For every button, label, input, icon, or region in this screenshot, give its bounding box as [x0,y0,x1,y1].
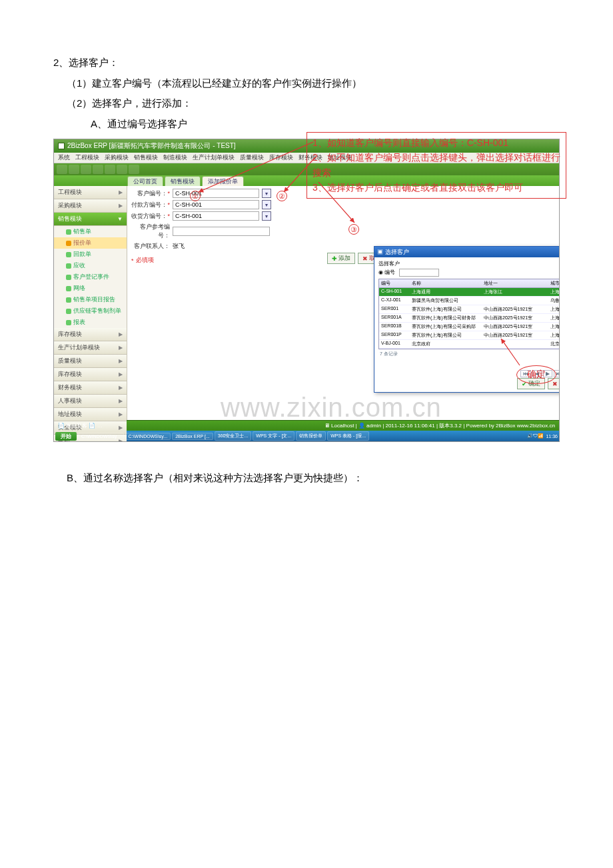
sidebar-item-supply[interactable]: 供应链零售制剂单 [54,305,127,317]
menu-item[interactable]: 采购模块 [105,153,129,162]
start-button[interactable]: 开始 [55,432,77,441]
doc-icon [66,286,71,291]
taskbar-item[interactable]: 销售报价单 [296,431,326,441]
sidebar-item-report[interactable]: 销售单项目报告 [54,294,127,305]
lookup-payer-button[interactable]: ▾ [262,200,271,209]
tab-add-quote[interactable]: 添加报价单 [202,176,244,187]
doc-icon [66,229,71,235]
menu-item[interactable]: 生产计划单模块 [193,153,235,162]
taskbar: 开始 C:\WINDOWS\sy... C:\WINDOWS\sy... 2Bi… [54,431,559,441]
dialog-title: ▣ 选择客户 [377,248,409,257]
sidebar: 工程模块▶ 采购模块▶ 销售模块▼ 销售单 报价单 回款单 应收 客户登记事件 … [54,186,127,420]
marker-3: ③ [348,224,359,235]
taskbar-item[interactable]: 360安全卫士... [215,431,252,441]
doc-icon [66,320,71,325]
label-shipto-code: 收货方编号：* [131,212,170,221]
label-contact: 客户联系人： [131,242,170,251]
sidebar-group-quality[interactable]: 质量模块▶ [54,355,127,368]
sidebar-item-net[interactable]: 网络 [54,283,127,294]
tab-sales[interactable]: 销售模块 [165,176,201,187]
sidebar-item-quote[interactable]: 报价单 [54,237,127,249]
sidebar-group-address[interactable]: 地址模块▶ [54,408,127,421]
toolbar-btn[interactable] [57,165,67,174]
label-payer-code: 付款方编号：* [131,201,170,209]
sidebar-group-stock[interactable]: 库存模块▶ [54,368,127,381]
menu-item[interactable]: 库存模块 [269,153,293,162]
status-right: 🖥 Localhost | 👤 admin | 2011-12-16 11:06… [324,422,555,429]
toolbar-btn[interactable] [93,165,103,174]
doc-icon [66,309,71,314]
menu-item[interactable]: 工程模块 [75,153,99,162]
marker-1: ① [190,191,201,201]
callout-line-1: 1、如知道客户编号则直接输入编号：C-SH-001 [312,135,560,150]
doc-line-3: （2）选择客户，进行添加： [53,94,573,113]
form-panel: 客户编号：* ▾ 付款方编号：* ▾ 收货方编号：* ▾ [127,186,559,420]
add-button[interactable]: ✚添加 [327,253,355,264]
toolbar-btn[interactable] [105,165,115,174]
system-tray: 🔊🛡📶 11:36 [527,433,558,439]
app-icon [58,143,65,149]
col-city[interactable]: 城市 [548,279,560,287]
lookup-shipto-button[interactable]: ▾ [262,211,271,221]
sidebar-item-reports[interactable]: 报表 [54,317,127,328]
lookup-customer-button[interactable]: ▾ [262,189,271,198]
taskbar-item[interactable]: WPS 表格 - [报... [327,431,369,441]
menu-item[interactable]: 销售模块 [134,153,158,162]
menu-item[interactable]: 质量模块 [240,153,264,162]
callout-line-3: 3、选择好客户后点击确定或者直接双击该客户即可 [312,180,560,195]
doc-line-2: （1）建立客户编号（本流程以已经建立好的客户作实例进行操作） [53,74,573,93]
dialog-search-label: 选择客户 [378,260,400,267]
table-row[interactable]: SER001B赛瓦软件(上海)有限公司采购部中山西路2025号1921室上海市 [379,323,560,331]
doc-line-4: A、通过编号选择客户 [53,115,573,134]
taskbar-item[interactable]: WPS 文字 - [文... [253,431,295,441]
doc-line-1: 2、选择客户： [53,53,573,73]
sidebar-group-purchase[interactable]: 采购模块▶ [54,199,127,213]
customer-table: 编号 名称 地址一 城市 C-SH-001上海通用上海张江上海 C-XJ-001… [378,279,560,349]
table-row[interactable]: SER001赛瓦软件(上海)有限公司中山西路2025号1921室上海市 [379,305,560,314]
menu-item[interactable]: 制造模块 [163,153,187,162]
radio-code[interactable]: ◉ 编号 [378,269,395,277]
input-payer-code[interactable] [173,200,259,209]
sidebar-group-finance[interactable]: 财务模块▶ [54,381,127,395]
menu-item[interactable]: 系统 [58,153,70,162]
table-row[interactable]: V-BJ-001北京政府北京 [379,340,560,349]
sidebar-group-hr[interactable]: 人事模块▶ [54,395,127,408]
sidebar-item-event[interactable]: 客户登记事件 [54,271,127,283]
taskbar-item[interactable]: 2BizBox ERP [... [172,433,213,440]
status-left: 📄 枢品互客 📄 … [58,422,103,429]
sidebar-item-salesorder[interactable]: 销售单 [54,226,127,237]
col-addr[interactable]: 地址一 [482,279,548,287]
input-ref-code[interactable] [173,227,270,236]
toolbar-btn[interactable] [81,165,91,174]
table-row[interactable]: C-SH-001上海通用上海张江上海 [379,288,560,297]
table-row[interactable]: C-XJ-001新疆黑马商贸有限公司乌鲁木齐 [379,297,560,305]
taskbar-item[interactable]: C:\WINDOWS\sy... [78,433,124,440]
toolbar-btn[interactable] [129,165,139,174]
instruction-callout: 1、如知道客户编号则直接输入编号：C-SH-001 2、如不知道客户编号则点击选… [306,132,566,199]
watermark: www.zixin.com.cn [221,393,442,423]
tab-home[interactable]: 公司首页 [127,176,163,187]
table-row[interactable]: SER001A赛瓦软件(上海)有限公司财务部中山西路2025号1921室上海市 [379,314,560,323]
col-code[interactable]: 编号 [379,279,410,287]
input-customer-code[interactable] [173,189,259,198]
doc-icon [66,297,71,303]
col-name[interactable]: 名称 [410,279,482,287]
sidebar-group-engineering[interactable]: 工程模块▶ [54,186,127,199]
doc-icon [66,241,71,246]
confirm-callout: 确定 [516,365,556,384]
dialog-search-input[interactable] [399,269,439,277]
row-count: 7 条记录 [378,349,560,359]
sidebar-item-receivable[interactable]: 应收 [54,260,127,271]
sidebar-group-inventory[interactable]: 库存模块▶ [54,328,127,341]
sidebar-group-sales[interactable]: 销售模块▼ [54,213,127,226]
marker-2: ② [277,191,287,201]
toolbar-btn[interactable] [69,165,79,174]
sidebar-group-plan[interactable]: 生产计划单模块▶ [54,341,127,355]
window-title: 2BizBox ERP [新疆斯拓汽车零部件制造有限公司 - TEST] [67,141,236,151]
toolbar-btn[interactable] [117,165,127,174]
sidebar-item-return[interactable]: 回款单 [54,249,127,260]
table-row[interactable]: SER001P赛瓦软件(上海)有限公司中山西路2025号1921室上海市 [379,331,560,340]
doc-line-5: B、通过名称选择客户（相对来说这种方法选择客户更为快捷些）： [53,469,573,488]
input-shipto-code[interactable] [173,211,259,221]
taskbar-item[interactable]: C:\WINDOWS\sy... [125,433,171,440]
